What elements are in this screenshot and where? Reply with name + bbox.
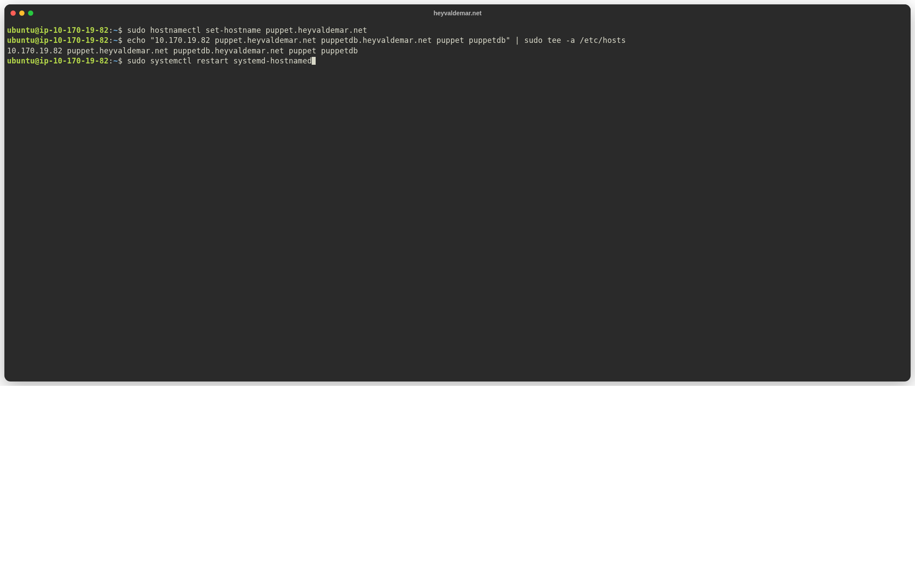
terminal-window: heyvaldemar.net ubuntu@ip-10-170-19-82:~… bbox=[4, 4, 911, 382]
prompt-path: ~ bbox=[113, 56, 118, 65]
prompt-user-host: ubuntu@ip-10-170-19-82 bbox=[7, 36, 109, 45]
prompt-colon: : bbox=[109, 36, 113, 45]
cursor bbox=[312, 57, 316, 65]
minimize-button[interactable] bbox=[19, 10, 25, 16]
maximize-button[interactable] bbox=[28, 10, 33, 16]
terminal-line: ubuntu@ip-10-170-19-82:~$ sudo hostnamec… bbox=[7, 25, 908, 35]
prompt-dollar: $ bbox=[118, 26, 123, 35]
command-text: sudo systemctl restart systemd-hostnamed bbox=[127, 56, 312, 65]
command-text: sudo hostnamectl set-hostname puppet.hey… bbox=[127, 26, 367, 35]
prompt-dollar: $ bbox=[118, 36, 123, 45]
prompt-user-host: ubuntu@ip-10-170-19-82 bbox=[7, 56, 109, 65]
prompt-colon: : bbox=[109, 26, 113, 35]
terminal-line: ubuntu@ip-10-170-19-82:~$ sudo systemctl… bbox=[7, 56, 908, 66]
prompt-user-host: ubuntu@ip-10-170-19-82 bbox=[7, 26, 109, 35]
titlebar: heyvaldemar.net bbox=[4, 4, 911, 22]
command-text: echo "10.170.19.82 puppet.heyvaldemar.ne… bbox=[127, 36, 626, 45]
terminal-output: 10.170.19.82 puppet.heyvaldemar.net pupp… bbox=[7, 46, 908, 56]
prompt-dollar: $ bbox=[118, 56, 123, 65]
prompt-path: ~ bbox=[113, 26, 118, 35]
terminal-line: ubuntu@ip-10-170-19-82:~$ echo "10.170.1… bbox=[7, 35, 908, 46]
close-button[interactable] bbox=[11, 10, 16, 16]
terminal-body[interactable]: ubuntu@ip-10-170-19-82:~$ sudo hostnamec… bbox=[4, 22, 911, 382]
prompt-colon: : bbox=[109, 56, 113, 65]
window-title: heyvaldemar.net bbox=[433, 10, 482, 17]
prompt-path: ~ bbox=[113, 36, 118, 45]
traffic-lights bbox=[11, 10, 33, 16]
